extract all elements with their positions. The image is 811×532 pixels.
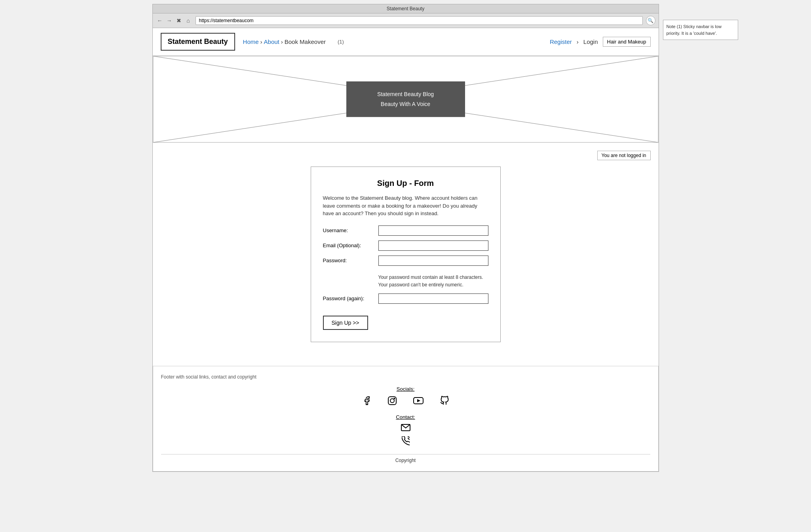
- signup-button[interactable]: Sign Up >>: [323, 316, 368, 330]
- page-title: Statement Beauty: [387, 6, 424, 11]
- main-content: You are not logged in Sign Up - Form Wel…: [153, 143, 659, 366]
- password2-field-row: Password (again):: [323, 293, 488, 304]
- header-right: Register › Login Hair and Makeup: [550, 37, 651, 47]
- password-hint1: Your password must contain at least 8 ch…: [378, 274, 488, 281]
- facebook-icon[interactable]: [362, 396, 372, 408]
- address-bar[interactable]: [196, 16, 643, 25]
- breadcrumb-current: Book Makeover: [285, 38, 326, 45]
- annotation-note: Note (1) Sticky navbar is low priority. …: [663, 20, 738, 40]
- svg-point-7: [394, 398, 395, 399]
- username-input[interactable]: [378, 225, 488, 236]
- back-button[interactable]: ←: [156, 17, 164, 25]
- site-footer: Footer with social links, contact and co…: [153, 366, 659, 471]
- svg-rect-5: [388, 397, 396, 405]
- password-hints: Your password must contain at least 8 ch…: [378, 274, 488, 289]
- svg-line-3: [153, 113, 346, 142]
- browser-window: Statement Beauty ← → ✖ ⌂ 🔍 Statement Bea…: [152, 4, 659, 472]
- hero-blog-subtitle: Beauty With A Voice: [370, 99, 441, 109]
- github-icon[interactable]: [440, 396, 449, 408]
- browser-titlebar: Statement Beauty: [153, 4, 659, 13]
- nav-buttons: ← → ✖ ⌂: [156, 17, 192, 25]
- breadcrumb-home[interactable]: Home: [243, 38, 259, 45]
- email-input[interactable]: [378, 240, 488, 251]
- nav-notification: (1): [338, 39, 344, 45]
- forward-button[interactable]: →: [165, 17, 173, 25]
- username-field-row: Username:: [323, 225, 488, 236]
- password2-input[interactable]: [378, 293, 488, 304]
- form-description: Welcome to the Statement Beauty blog. Wh…: [323, 194, 488, 218]
- email-icon[interactable]: [401, 424, 410, 433]
- svg-line-4: [465, 113, 658, 142]
- password2-label: Password (again):: [323, 295, 378, 301]
- signup-form-container: Sign Up - Form Welcome to the Statement …: [311, 167, 501, 342]
- register-link[interactable]: Register: [550, 38, 572, 45]
- browser-toolbar: ← → ✖ ⌂ 🔍: [153, 13, 659, 28]
- password-field-row: Password:: [323, 256, 488, 266]
- breadcrumb-sep1: ›: [260, 38, 262, 45]
- home-button[interactable]: ⌂: [184, 17, 192, 25]
- phone-icon[interactable]: [402, 436, 410, 448]
- svg-marker-9: [417, 399, 420, 402]
- not-logged-in-badge: You are not logged in: [597, 151, 651, 160]
- site-header: Statement Beauty Home › About › Book Mak…: [153, 28, 659, 56]
- breadcrumb-about[interactable]: About: [264, 38, 279, 45]
- username-label: Username:: [323, 227, 378, 233]
- page-content: Statement Beauty Home › About › Book Mak…: [153, 28, 659, 471]
- contact-icons-row: [161, 424, 650, 448]
- email-label: Email (Optional):: [323, 242, 378, 248]
- form-title: Sign Up - Form: [323, 179, 488, 188]
- password-hint2: Your password can't be entirely numeric.: [378, 281, 488, 289]
- breadcrumb-sep2: ›: [281, 38, 283, 45]
- footer-copyright: Copyright: [161, 454, 650, 463]
- svg-point-6: [390, 399, 394, 403]
- hero-blog-title: Statement Beauty Blog: [370, 89, 441, 99]
- password-input[interactable]: [378, 256, 488, 266]
- socials-label: Socials:: [161, 386, 650, 392]
- footer-note: Footer with social links, contact and co…: [161, 374, 650, 380]
- hero-section: Statement Beauty Blog Beauty With A Voic…: [153, 56, 659, 143]
- hair-makeup-button[interactable]: Hair and Makeup: [603, 37, 651, 47]
- social-icons-row: [161, 396, 650, 408]
- login-text: Login: [583, 38, 598, 45]
- search-button[interactable]: 🔍: [646, 16, 655, 25]
- svg-line-1: [153, 56, 346, 85]
- youtube-icon[interactable]: [413, 396, 424, 408]
- password-label: Password:: [323, 257, 378, 263]
- svg-line-2: [465, 56, 658, 85]
- hero-center-box: Statement Beauty Blog Beauty With A Voic…: [346, 81, 465, 117]
- login-separator: ›: [577, 38, 579, 45]
- email-field-row: Email (Optional):: [323, 240, 488, 251]
- breadcrumb: Home › About › Book Makeover: [243, 38, 326, 45]
- reload-button[interactable]: ✖: [175, 17, 183, 25]
- instagram-icon[interactable]: [387, 396, 397, 408]
- site-logo: Statement Beauty: [161, 33, 235, 51]
- contact-label: Contact:: [161, 414, 650, 420]
